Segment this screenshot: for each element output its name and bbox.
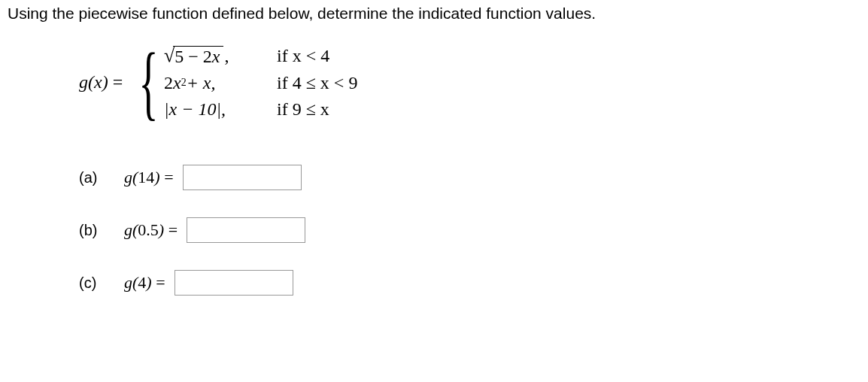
piece-2-expr: 2x2 + x, [164, 73, 277, 93]
part-a-input[interactable] [183, 165, 302, 190]
piece-1-cond: if x < 4 [277, 46, 329, 66]
piece-1: √ 5 − 2x , if x < 4 [164, 46, 357, 67]
part-a-equation: g(14) = [124, 168, 174, 187]
piece-3-cond: if 9 ≤ x [277, 99, 329, 120]
sqrt-icon: √ 5 − 2x [164, 46, 223, 67]
piece-3: |x − 10|, if 9 ≤ x [164, 99, 357, 120]
part-c: (c) g(4) = [79, 270, 860, 296]
part-b-equation: g(0.5) = [124, 220, 178, 240]
part-b: (b) g(0.5) = [79, 217, 860, 243]
part-b-label: (b) [79, 222, 124, 239]
function-lhs: g(x) = [79, 72, 123, 92]
brace-icon: { [138, 45, 158, 120]
piece-2-cond: if 4 ≤ x < 9 [277, 73, 357, 93]
part-c-equation: g(4) = [124, 273, 165, 293]
part-a: (a) g(14) = [79, 165, 860, 190]
answer-parts: (a) g(14) = (b) g(0.5) = (c) g(4) = [79, 165, 860, 296]
piece-1-expr: √ 5 − 2x , [164, 46, 277, 67]
piece-3-expr: |x − 10|, [164, 99, 277, 120]
piecewise-definition: g(x) = { √ 5 − 2x , if x < 4 2x2 + x, if… [79, 45, 860, 120]
piece-2: 2x2 + x, if 4 ≤ x < 9 [164, 73, 357, 93]
part-c-input[interactable] [175, 270, 293, 296]
part-a-label: (a) [79, 169, 124, 186]
pieces-container: √ 5 − 2x , if x < 4 2x2 + x, if 4 ≤ x < … [164, 46, 357, 120]
instruction-text: Using the piecewise function defined bel… [8, 5, 860, 23]
part-b-input[interactable] [187, 217, 305, 243]
part-c-label: (c) [79, 274, 124, 292]
